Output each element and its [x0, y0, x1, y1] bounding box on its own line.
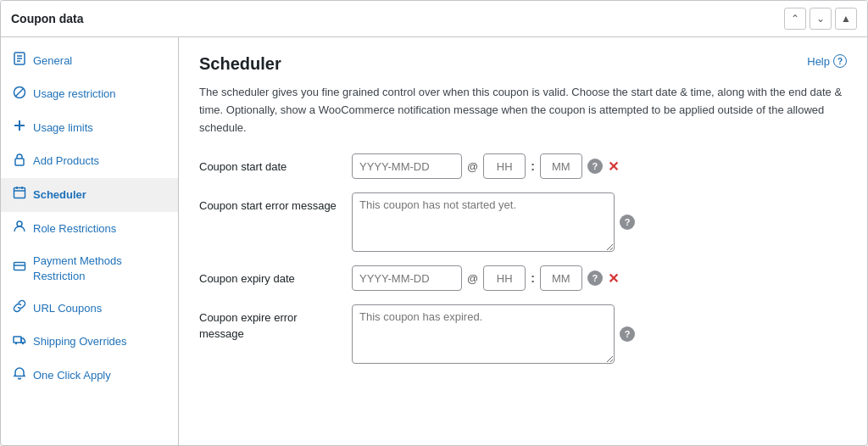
expire-error-help-icon[interactable]: ? [620, 326, 635, 342]
sidebar-item-label-add-products: Add Products [33, 153, 166, 169]
svg-rect-9 [14, 188, 25, 198]
help-icon: ? [833, 54, 847, 68]
sidebar: General Usage restriction Usage limits [1, 37, 179, 445]
scheduler-description: The scheduler gives you fine grained con… [199, 84, 847, 137]
sidebar-item-general[interactable]: General [1, 44, 178, 78]
coupon-start-error-controls: ? [352, 192, 847, 252]
calendar-icon [13, 186, 26, 204]
main-content: Scheduler Help ? The scheduler gives you… [179, 37, 867, 445]
coupon-start-hh-input[interactable] [483, 153, 526, 179]
coupon-expiry-date-row: Coupon expiry date @ : ? ✕ [199, 265, 847, 291]
sidebar-item-scheduler[interactable]: Scheduler [1, 178, 178, 212]
coupon-panel: Coupon data ⌃ ⌄ ▲ General Usage restrict… [0, 0, 868, 446]
link-icon [13, 299, 26, 318]
sidebar-item-usage-restriction[interactable]: Usage restriction [1, 78, 178, 112]
coupon-start-date-input[interactable] [352, 153, 462, 179]
person-icon [13, 220, 26, 238]
bookmark-icon [13, 52, 26, 70]
coupon-expire-error-input[interactable] [352, 304, 615, 364]
collapse-down-button[interactable]: ⌄ [810, 8, 832, 30]
coupon-expire-error-label: Coupon expire error message [199, 304, 343, 341]
svg-rect-14 [14, 262, 25, 270]
svg-point-13 [17, 221, 22, 226]
coupon-start-date-row: Coupon start date @ : ? ✕ [199, 153, 847, 179]
bell-icon [13, 366, 26, 385]
sidebar-item-label-role-restrictions: Role Restrictions [33, 221, 166, 237]
truck-icon [13, 333, 26, 352]
svg-line-5 [15, 88, 24, 97]
start-date-clear-button[interactable]: ✕ [608, 159, 619, 175]
sidebar-item-label-one-click-apply: One Click Apply [33, 368, 166, 383]
start-date-help-icon[interactable]: ? [587, 159, 603, 174]
start-error-help-icon[interactable]: ? [620, 215, 635, 230]
coupon-start-error-row: Coupon start error message ? [199, 192, 847, 252]
coupon-expiry-date-label: Coupon expiry date [199, 265, 343, 287]
restriction-icon [13, 86, 26, 104]
expand-button[interactable]: ▲ [835, 8, 857, 30]
sidebar-item-label-usage-restriction: Usage restriction [33, 86, 166, 102]
sidebar-item-payment-methods[interactable]: Payment Methods Restriction [1, 246, 178, 292]
sidebar-item-url-coupons[interactable]: URL Coupons [1, 292, 178, 326]
plus-icon [13, 119, 26, 137]
sidebar-item-label-scheduler: Scheduler [33, 187, 166, 203]
sidebar-item-role-restrictions[interactable]: Role Restrictions [1, 212, 178, 246]
header-controls: ⌃ ⌄ ▲ [784, 8, 857, 30]
expiry-date-clear-button[interactable]: ✕ [608, 270, 619, 287]
help-link[interactable]: Help ? [807, 54, 847, 68]
colon-expiry: : [531, 271, 535, 285]
sidebar-item-label-general: General [33, 53, 166, 69]
coupon-expire-error-controls: ? [352, 304, 847, 364]
svg-point-17 [15, 342, 17, 343]
panel-header: Coupon data ⌃ ⌄ ▲ [1, 1, 867, 37]
coupon-start-date-label: Coupon start date [199, 153, 343, 175]
svg-point-18 [22, 342, 24, 343]
lock-icon [13, 153, 26, 171]
coupon-expire-error-row: Coupon expire error message ? [199, 304, 847, 364]
sidebar-item-label-usage-limits: Usage limits [33, 120, 166, 136]
sidebar-item-label-shipping-overrides: Shipping Overrides [33, 334, 166, 349]
coupon-expiry-date-input[interactable] [352, 265, 462, 291]
colon-start: : [531, 159, 535, 173]
svg-rect-8 [15, 159, 24, 165]
card-icon [13, 259, 26, 278]
sidebar-item-label-url-coupons: URL Coupons [33, 301, 166, 316]
coupon-start-date-controls: @ : ? ✕ [352, 153, 847, 179]
content-header: Scheduler Help ? [199, 54, 847, 74]
at-sign-start: @ [467, 160, 478, 173]
coupon-start-mm-input[interactable] [540, 153, 582, 179]
collapse-up-button[interactable]: ⌃ [784, 8, 806, 30]
help-label: Help [807, 55, 830, 68]
coupon-start-error-input[interactable] [352, 192, 615, 252]
sidebar-item-usage-limits[interactable]: Usage limits [1, 111, 178, 145]
panel-title: Coupon data [11, 12, 84, 25]
coupon-expiry-mm-input[interactable] [540, 265, 582, 291]
coupon-expiry-hh-input[interactable] [483, 265, 526, 291]
coupon-start-error-label: Coupon start error message [199, 192, 343, 214]
sidebar-item-one-click-apply[interactable]: One Click Apply [1, 359, 178, 393]
svg-rect-16 [14, 337, 21, 343]
panel-body: General Usage restriction Usage limits [1, 37, 867, 445]
sidebar-item-add-products[interactable]: Add Products [1, 145, 178, 179]
sidebar-item-label-payment-methods: Payment Methods Restriction [33, 254, 166, 284]
coupon-expiry-date-controls: @ : ? ✕ [352, 265, 847, 291]
at-sign-expiry: @ [467, 272, 478, 285]
content-title: Scheduler [199, 54, 281, 74]
expiry-date-help-icon[interactable]: ? [587, 270, 603, 286]
sidebar-item-shipping-overrides[interactable]: Shipping Overrides [1, 326, 178, 360]
